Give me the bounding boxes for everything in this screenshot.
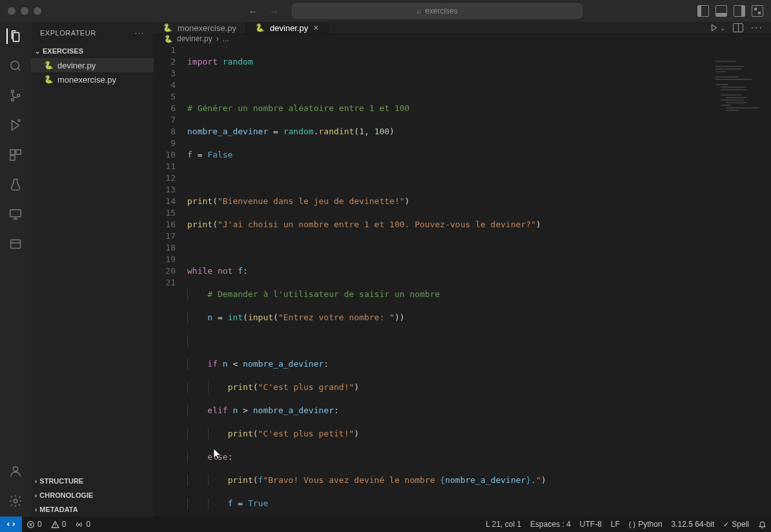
folder-name: EXERCISES <box>43 47 83 55</box>
search-icon: ⌕ <box>416 6 421 15</box>
breadcrumb-rest: ... <box>223 34 229 43</box>
settings-gear-icon[interactable] <box>8 493 23 509</box>
layout-icon[interactable] <box>752 5 763 17</box>
code-editor[interactable]: 123456789101112131415161718192021 import… <box>154 43 771 532</box>
database-icon[interactable] <box>8 236 23 252</box>
file-item-deviner[interactable]: 🐍 deviner.py <box>31 58 154 72</box>
chevron-down-icon: ⌄ <box>35 48 40 55</box>
tab-monexercise[interactable]: 🐍 monexercise.py <box>154 22 246 34</box>
svg-point-11 <box>14 499 17 503</box>
section-metadata[interactable]: › METADATA <box>31 502 154 517</box>
search-sidebar-icon[interactable] <box>8 58 23 74</box>
window-controls[interactable] <box>8 7 41 15</box>
breadcrumb-sep: › <box>216 34 219 43</box>
run-debug-icon[interactable] <box>8 118 23 133</box>
folder-header[interactable]: ⌄ EXERCISES <box>31 44 154 58</box>
split-editor-icon[interactable] <box>733 23 743 32</box>
svg-point-0 <box>11 61 19 70</box>
breadcrumb-file: deviner.py <box>177 34 212 43</box>
breadcrumb[interactable]: 🐍 deviner.py › ... <box>154 34 771 43</box>
section-structure[interactable]: › STRUCTURE <box>31 474 154 488</box>
activity-bar <box>0 22 31 517</box>
remote-explorer-icon[interactable] <box>8 207 23 222</box>
python-file-icon: 🐍 <box>44 75 54 84</box>
close-tab-icon[interactable]: × <box>313 23 318 33</box>
chevron-right-icon: › <box>35 492 37 499</box>
tab-deviner[interactable]: 🐍 deviner.py × <box>246 22 328 34</box>
panel-bottom-icon[interactable] <box>715 5 727 17</box>
svg-point-10 <box>13 467 17 471</box>
ports-status[interactable]: 0 <box>70 520 95 529</box>
minimize-window-icon[interactable] <box>21 7 28 15</box>
svg-rect-8 <box>10 210 21 217</box>
python-file-icon: 🐍 <box>163 23 172 32</box>
nav-forward-icon[interactable]: → <box>269 6 279 17</box>
chevron-right-icon: › <box>35 506 37 513</box>
svg-rect-9 <box>11 240 21 249</box>
file-label: monexercise.py <box>57 75 116 85</box>
panel-right-icon[interactable] <box>734 5 745 17</box>
more-icon[interactable]: ··· <box>135 29 145 37</box>
svg-rect-7 <box>10 156 15 160</box>
more-icon[interactable]: ··· <box>751 22 763 34</box>
chevron-down-icon[interactable]: ⌄ <box>720 25 725 32</box>
svg-point-2 <box>11 98 14 101</box>
section-label: STRUCTURE <box>39 477 83 485</box>
explorer-sidebar: EXPLORATEUR ··· ⌄ EXERCISES 🐍 deviner.py… <box>31 22 154 517</box>
svg-point-4 <box>18 119 20 121</box>
python-file-icon: 🐍 <box>44 61 54 70</box>
run-button[interactable]: ⌄ <box>710 23 725 32</box>
python-file-icon: 🐍 <box>255 23 265 32</box>
section-label: METADATA <box>39 506 77 513</box>
chevron-right-icon: › <box>35 478 37 485</box>
title-bar: ← → ⌕ exercises <box>0 0 771 22</box>
editor-area: 🐍 monexercise.py 🐍 deviner.py × ⌄ ··· 🐍 … <box>154 22 771 517</box>
svg-point-1 <box>11 90 14 93</box>
tab-bar: 🐍 monexercise.py 🐍 deviner.py × ⌄ ··· <box>154 22 771 34</box>
close-window-icon[interactable] <box>8 7 15 15</box>
search-input[interactable]: ⌕ exercises <box>292 3 582 19</box>
tab-label: monexercise.py <box>178 23 236 33</box>
svg-rect-5 <box>10 150 15 154</box>
python-file-icon: 🐍 <box>164 35 173 43</box>
tab-label: deviner.py <box>270 23 308 33</box>
explorer-icon[interactable] <box>6 28 23 44</box>
search-placeholder: exercises <box>425 6 458 15</box>
code-content[interactable]: import random # Générer un nombre aléato… <box>187 43 771 532</box>
maximize-window-icon[interactable] <box>34 7 41 15</box>
nav-back-icon[interactable]: ← <box>248 6 258 17</box>
line-gutter: 123456789101112131415161718192021 <box>154 43 187 532</box>
panel-left-icon[interactable] <box>697 5 709 17</box>
explorer-title: EXPLORATEUR <box>40 29 96 37</box>
source-control-icon[interactable] <box>8 88 23 103</box>
svg-rect-6 <box>16 150 21 154</box>
extensions-icon[interactable] <box>8 147 23 163</box>
testing-icon[interactable] <box>8 177 23 192</box>
file-item-monexercise[interactable]: 🐍 monexercise.py <box>31 72 154 87</box>
problems-errors[interactable]: 0 <box>22 520 46 529</box>
account-icon[interactable] <box>8 464 23 479</box>
svg-point-13 <box>79 524 80 525</box>
file-label: deviner.py <box>57 61 96 70</box>
remote-button[interactable] <box>0 517 22 532</box>
section-chronologie[interactable]: › CHRONOLOGIE <box>31 488 154 502</box>
section-label: CHRONOLOGIE <box>39 491 93 499</box>
problems-warnings[interactable]: 0 <box>46 520 71 529</box>
svg-point-3 <box>17 94 20 97</box>
minimap[interactable] <box>715 61 767 106</box>
